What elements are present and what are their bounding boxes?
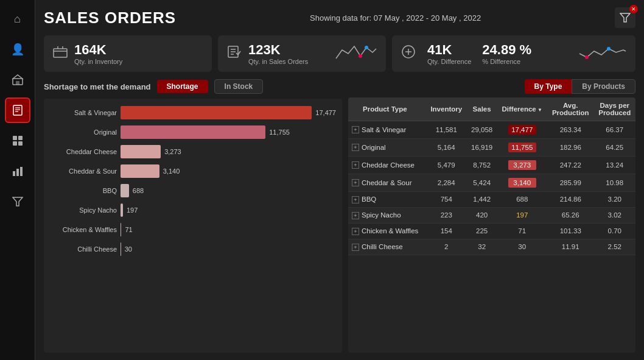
sidebar-item-grid[interactable] bbox=[5, 128, 30, 154]
svg-rect-11 bbox=[16, 169, 19, 176]
cell-days: 13.24 bbox=[593, 157, 635, 174]
cell-product-name: +Original bbox=[348, 139, 426, 157]
table-row[interactable]: +BBQ 754 1,442 688 214.86 3.20 bbox=[348, 192, 635, 208]
sidebar-item-people[interactable]: 👤 bbox=[5, 37, 30, 62]
expand-icon[interactable]: + bbox=[352, 244, 359, 251]
expand-icon[interactable]: + bbox=[352, 161, 359, 169]
cell-sales: 8,752 bbox=[467, 157, 497, 174]
table-row[interactable]: +Spicy Nacho 223 420 197 65.26 3.02 bbox=[348, 207, 635, 223]
cell-product-name: +Chilli Cheese bbox=[348, 239, 426, 255]
svg-point-28 bbox=[607, 47, 611, 51]
table-row[interactable]: +Cheddar Cheese 5,479 8,752 3,273 247.22… bbox=[348, 157, 635, 174]
kpi-sales-orders: 123K Qty. in Sales Orders bbox=[218, 35, 386, 72]
cell-inventory: 2 bbox=[426, 239, 467, 255]
bar-track: 197 bbox=[121, 203, 336, 217]
svg-marker-14 bbox=[620, 13, 630, 22]
sidebar: ⌂ 👤 bbox=[0, 0, 35, 360]
bar-fill bbox=[121, 164, 159, 178]
bar-fill bbox=[121, 242, 121, 256]
bar-label: Cheddar & Sour bbox=[50, 168, 117, 175]
bar-value: 11,755 bbox=[269, 129, 290, 136]
cell-diff: 688 bbox=[497, 192, 547, 208]
col-difference[interactable]: Difference bbox=[497, 97, 547, 121]
bar-row: BBQ 688 bbox=[50, 184, 336, 197]
cell-product-name: +BBQ bbox=[348, 192, 426, 208]
svg-rect-8 bbox=[13, 141, 17, 146]
bar-value: 30 bbox=[125, 245, 132, 253]
cell-product-name: +Cheddar Cheese bbox=[348, 157, 426, 174]
bar-label: Salt & Vinegar bbox=[50, 109, 117, 116]
main-content: SALES ORDERS Showing data for: 07 May , … bbox=[35, 0, 644, 360]
sales-sparkline bbox=[335, 41, 377, 66]
bar-fill bbox=[121, 223, 121, 236]
cell-days: 3.20 bbox=[593, 192, 635, 208]
expand-icon[interactable]: + bbox=[352, 179, 359, 186]
expand-icon[interactable]: + bbox=[352, 126, 359, 133]
diff-icon bbox=[401, 44, 416, 63]
tab-shortage[interactable]: Shortage bbox=[157, 80, 208, 93]
sidebar-item-warehouse[interactable] bbox=[5, 67, 30, 93]
bar-row: Chicken & Waffles 71 bbox=[50, 223, 336, 236]
bottom-section: Shortage to met the demand Shortage In S… bbox=[44, 79, 635, 353]
cell-product-name: +Spicy Nacho bbox=[348, 207, 426, 223]
cell-diff: 3,140 bbox=[497, 174, 547, 192]
bar-track: 30 bbox=[121, 242, 336, 256]
expand-icon[interactable]: + bbox=[352, 228, 359, 235]
cell-avg-prod: 247.22 bbox=[547, 157, 594, 174]
inventory-value: 164K bbox=[74, 42, 122, 58]
bar-row: Salt & Vinegar 17,477 bbox=[50, 106, 336, 119]
expand-icon[interactable]: + bbox=[352, 196, 359, 203]
sales-label: Qty. in Sales Orders bbox=[248, 58, 308, 65]
bar-value: 71 bbox=[125, 226, 132, 233]
cell-days: 64.25 bbox=[593, 139, 635, 157]
inventory-label: Qty. in Inventory bbox=[74, 58, 122, 65]
by-products-button[interactable]: By Products bbox=[572, 79, 635, 94]
bar-fill bbox=[121, 125, 265, 139]
table-row[interactable]: +Chilli Cheese 2 32 30 11.91 2.52 bbox=[348, 239, 635, 255]
bar-label: Chilli Cheese bbox=[50, 245, 117, 253]
svg-rect-1 bbox=[16, 81, 19, 85]
bar-fill bbox=[121, 184, 129, 197]
bar-label: Spicy Nacho bbox=[50, 206, 117, 214]
header: SALES ORDERS Showing data for: 07 May , … bbox=[44, 7, 635, 28]
svg-rect-9 bbox=[18, 141, 23, 146]
pct-diff-label: % Difference bbox=[482, 58, 531, 65]
tab-instock[interactable]: In Stock bbox=[214, 79, 264, 94]
inventory-icon bbox=[52, 44, 68, 63]
filter-badge: ✕ bbox=[629, 5, 638, 13]
cell-inventory: 5,479 bbox=[426, 157, 467, 174]
cell-avg-prod: 65.26 bbox=[547, 207, 594, 223]
kpi-row: 164K Qty. in Inventory 123K Qty. in Sale… bbox=[44, 35, 635, 72]
sales-icon bbox=[226, 44, 242, 63]
svg-rect-12 bbox=[20, 167, 23, 176]
cell-inventory: 223 bbox=[426, 207, 467, 223]
by-type-button[interactable]: By Type bbox=[525, 79, 572, 94]
expand-icon[interactable]: + bbox=[352, 144, 359, 151]
sidebar-item-home[interactable]: ⌂ bbox=[5, 6, 30, 32]
filter-button[interactable]: ✕ bbox=[615, 7, 635, 28]
svg-rect-7 bbox=[18, 136, 23, 140]
table-row[interactable]: +Cheddar & Sour 2,284 5,424 3,140 285.99… bbox=[348, 174, 635, 192]
sidebar-item-report[interactable] bbox=[5, 97, 30, 123]
table-row[interactable]: +Salt & Vinegar 11,581 29,058 17,477 263… bbox=[348, 121, 635, 139]
svg-marker-13 bbox=[13, 197, 23, 206]
kpi-difference: 41K Qty. Difference 24.89 % % Difference bbox=[392, 35, 635, 72]
bar-row: Chilli Cheese 30 bbox=[50, 242, 336, 256]
cell-sales: 29,058 bbox=[467, 121, 497, 139]
svg-rect-2 bbox=[13, 105, 22, 115]
table-row[interactable]: +Original 5,164 16,919 11,755 182.96 64.… bbox=[348, 139, 635, 157]
svg-point-23 bbox=[359, 54, 362, 58]
sales-value: 123K bbox=[248, 42, 308, 58]
cell-avg-prod: 11.91 bbox=[547, 239, 594, 255]
cell-sales: 16,919 bbox=[467, 139, 497, 157]
cell-days: 3.02 bbox=[593, 207, 635, 223]
expand-icon[interactable]: + bbox=[352, 212, 359, 219]
sidebar-item-filter[interactable] bbox=[5, 189, 30, 214]
sidebar-item-chart[interactable] bbox=[5, 158, 30, 184]
cell-sales: 1,442 bbox=[467, 192, 497, 208]
qty-diff-value: 41K bbox=[427, 42, 471, 58]
svg-rect-10 bbox=[13, 171, 15, 176]
table-row[interactable]: +Chicken & Waffles 154 225 71 101.33 0.7… bbox=[348, 223, 635, 239]
bar-fill bbox=[121, 203, 123, 217]
col-sales: Sales bbox=[467, 97, 497, 121]
